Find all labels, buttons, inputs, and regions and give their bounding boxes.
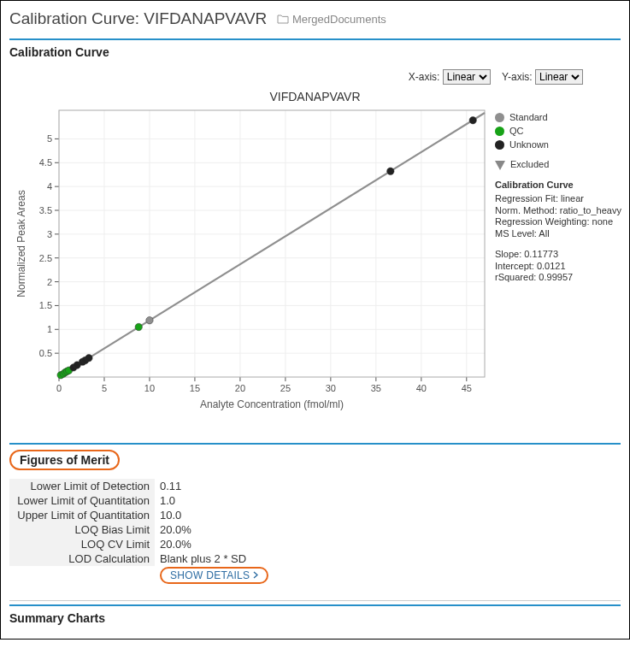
svg-text:2.5: 2.5 bbox=[39, 253, 52, 263]
xaxis-select[interactable]: Linear bbox=[443, 69, 491, 85]
fom-row-value: 20.0% bbox=[155, 522, 274, 537]
fom-row-label: LOQ CV Limit bbox=[9, 537, 155, 551]
svg-line-63 bbox=[59, 113, 485, 376]
xaxis-label: X-axis: bbox=[409, 71, 440, 83]
folder-icon bbox=[277, 14, 289, 24]
yaxis-select[interactable]: Linear bbox=[535, 69, 583, 85]
fom-row-value: 10.0 bbox=[155, 508, 274, 522]
panel-figures-of-merit: Figures of Merit Lower Limit of Detectio… bbox=[9, 443, 621, 601]
fom-row-label: Lower Limit of Quantitation bbox=[9, 493, 155, 508]
fom-row-value: Blank plus 2 * SD bbox=[155, 551, 274, 566]
chart-legend: Standard QC Unknown Excluded Calibration… bbox=[492, 105, 621, 284]
legend-ms: MS Level: All bbox=[495, 228, 621, 240]
legend-norm: Norm. Method: ratio_to_heavy bbox=[495, 205, 621, 217]
legend-intercept: Intercept: 0.0121 bbox=[495, 261, 621, 273]
svg-text:Analyte Concentration (fmol/ml: Analyte Concentration (fmol/ml) bbox=[200, 398, 344, 410]
dot-unknown-icon bbox=[495, 140, 504, 150]
calibration-chart: 0510152025303540450.511.522.533.544.55An… bbox=[13, 105, 492, 413]
svg-text:15: 15 bbox=[190, 383, 200, 393]
breadcrumb-label: MergedDocuments bbox=[292, 13, 386, 26]
fom-row-label: Lower Limit of Detection bbox=[9, 479, 155, 493]
svg-text:4: 4 bbox=[47, 181, 52, 192]
fom-row-label: LOD Calculation bbox=[9, 551, 155, 566]
legend-calcurve-title: Calibration Curve bbox=[495, 180, 621, 192]
yaxis-label: Y-axis: bbox=[502, 71, 533, 83]
svg-point-76 bbox=[387, 168, 394, 174]
svg-text:40: 40 bbox=[416, 383, 427, 393]
legend-excluded: Excluded bbox=[510, 159, 549, 171]
breadcrumb[interactable]: MergedDocuments bbox=[277, 13, 386, 26]
legend-fit: Regression Fit: linear bbox=[495, 193, 621, 205]
svg-text:4.5: 4.5 bbox=[39, 157, 52, 168]
svg-text:1: 1 bbox=[47, 324, 52, 334]
fom-row-value: 20.0% bbox=[155, 537, 274, 551]
fom-row-value: 0.11 bbox=[155, 479, 274, 493]
svg-text:3: 3 bbox=[47, 229, 52, 239]
svg-point-70 bbox=[135, 323, 142, 330]
show-details-label: SHOW DETAILS bbox=[170, 569, 250, 581]
fom-row-label: Upper Limit of Quantitation bbox=[9, 508, 155, 522]
legend-slope: Slope: 0.11773 bbox=[495, 249, 621, 261]
svg-text:10: 10 bbox=[144, 383, 155, 393]
fom-row-label: LOQ Bias Limit bbox=[9, 522, 155, 537]
legend-standard: Standard bbox=[509, 112, 548, 124]
svg-point-75 bbox=[85, 355, 92, 362]
svg-text:5: 5 bbox=[47, 133, 52, 144]
legend-unknown: Unknown bbox=[509, 139, 549, 151]
svg-point-64 bbox=[146, 317, 153, 324]
triangle-excluded-icon bbox=[495, 161, 505, 170]
fom-row-value: 1.0 bbox=[155, 493, 274, 508]
page-title: Calibration Curve: VIFDANAPVAVR bbox=[9, 9, 267, 27]
panel-summary-charts: Summary Charts bbox=[9, 604, 621, 625]
figures-of-merit-table: Lower Limit of Detection0.11 Lower Limit… bbox=[9, 479, 274, 585]
svg-text:1.5: 1.5 bbox=[39, 300, 52, 310]
dot-qc-icon bbox=[495, 127, 504, 136]
svg-text:2: 2 bbox=[47, 277, 52, 287]
chevron-right-icon bbox=[253, 569, 258, 581]
show-details-button[interactable]: SHOW DETAILS bbox=[160, 567, 268, 584]
axis-controls: X-axis: Linear Y-axis: Linear bbox=[13, 68, 617, 90]
svg-text:0: 0 bbox=[56, 383, 62, 393]
divider bbox=[9, 600, 621, 601]
svg-text:0.5: 0.5 bbox=[39, 348, 52, 358]
dot-standard-icon bbox=[495, 113, 504, 122]
svg-point-77 bbox=[469, 117, 476, 124]
svg-text:3.5: 3.5 bbox=[39, 205, 52, 215]
svg-text:45: 45 bbox=[462, 383, 472, 393]
legend-rsq: rSquared: 0.99957 bbox=[495, 272, 621, 284]
panel-calibration-curve: Calibration Curve X-axis: Linear Y-axis:… bbox=[9, 38, 621, 439]
svg-text:25: 25 bbox=[280, 383, 291, 393]
legend-weight: Regression Weighting: none bbox=[495, 216, 621, 228]
panel-title-figures-of-merit: Figures of Merit bbox=[20, 453, 109, 467]
legend-qc: QC bbox=[509, 126, 524, 138]
svg-text:5: 5 bbox=[102, 383, 107, 393]
svg-text:35: 35 bbox=[371, 383, 381, 393]
panel-title-calibration-curve: Calibration Curve bbox=[9, 45, 621, 59]
svg-text:30: 30 bbox=[326, 383, 336, 393]
panel-title-summary-charts: Summary Charts bbox=[9, 611, 621, 625]
svg-text:20: 20 bbox=[235, 383, 245, 393]
chart-title: VIFDANAPVAVR bbox=[13, 90, 617, 103]
svg-text:Normalized Peak Areas: Normalized Peak Areas bbox=[15, 190, 27, 297]
